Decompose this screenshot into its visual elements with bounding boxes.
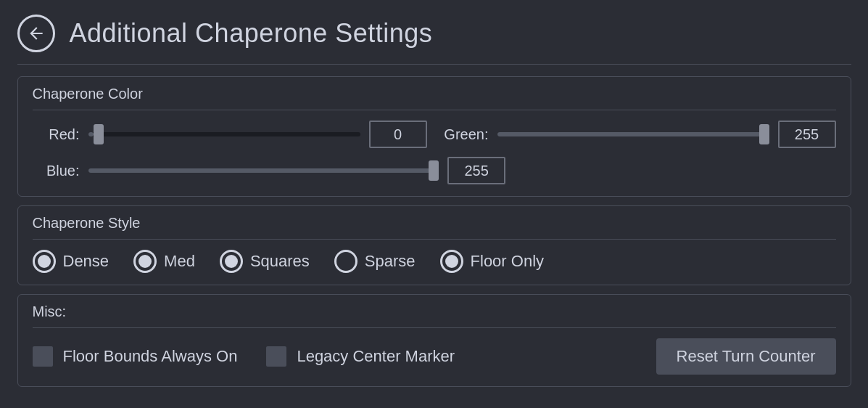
style-med-label: Med (164, 252, 195, 271)
red-value-input[interactable] (369, 121, 427, 148)
chaperone-color-section: Chaperone Color Red: Green: (17, 76, 851, 197)
floor-bounds-label: Floor Bounds Always On (63, 347, 238, 366)
style-sparse-label: Sparse (365, 252, 416, 271)
misc-divider (33, 327, 836, 328)
style-divider (33, 239, 836, 240)
header: Additional Chaperone Settings (17, 15, 851, 52)
green-slider-thumb[interactable] (759, 124, 769, 144)
green-slider-fill (497, 132, 769, 136)
legacy-center-label: Legacy Center Marker (297, 347, 455, 366)
radio-floor-only-inner (445, 255, 458, 268)
blue-slider-track[interactable] (88, 168, 439, 173)
style-dense-label: Dense (63, 252, 109, 271)
floor-bounds-option[interactable]: Floor Bounds Always On (33, 346, 238, 367)
legacy-center-checkbox[interactable] (266, 346, 286, 367)
misc-section: Misc: Floor Bounds Always On Legacy Cent… (17, 294, 851, 387)
style-squares-label: Squares (250, 252, 310, 271)
floor-bounds-checkbox[interactable] (33, 346, 53, 367)
blue-slider-thumb[interactable] (429, 160, 439, 181)
main-container: Additional Chaperone Settings Chaperone … (17, 0, 851, 408)
legacy-center-option[interactable]: Legacy Center Marker (266, 346, 455, 367)
style-options: Dense Med Squares Sparse (33, 250, 836, 273)
misc-row: Floor Bounds Always On Legacy Center Mar… (33, 338, 836, 375)
red-green-row: Red: Green: (33, 121, 836, 148)
radio-sparse[interactable] (334, 250, 357, 273)
blue-slider-fill (88, 168, 439, 173)
back-button[interactable] (17, 15, 55, 52)
style-floor-only-label: Floor Only (471, 252, 544, 271)
style-option-squares[interactable]: Squares (220, 250, 310, 273)
style-section-title: Chaperone Style (33, 215, 836, 232)
radio-squares-inner (225, 255, 238, 268)
style-option-sparse[interactable]: Sparse (334, 250, 416, 273)
red-slider-fill (88, 132, 94, 136)
green-value-input[interactable] (778, 121, 836, 148)
blue-label: Blue: (33, 163, 80, 179)
back-arrow-icon (27, 24, 46, 43)
color-section-title: Chaperone Color (33, 86, 836, 102)
chaperone-style-section: Chaperone Style Dense Med (17, 205, 851, 285)
radio-squares[interactable] (220, 250, 243, 273)
green-slider-track[interactable] (497, 132, 769, 136)
misc-section-title: Misc: (33, 303, 836, 320)
blue-row: Blue: (33, 157, 836, 184)
color-divider (33, 110, 836, 110)
style-option-dense[interactable]: Dense (33, 250, 109, 273)
style-option-med[interactable]: Med (133, 250, 195, 273)
green-label: Green: (442, 126, 489, 143)
red-slider-track[interactable] (88, 132, 360, 136)
reset-turn-counter-button[interactable]: Reset Turn Counter (656, 338, 836, 375)
color-rows: Red: Green: Blu (33, 121, 836, 184)
red-slider-thumb[interactable] (94, 124, 104, 144)
header-divider (17, 64, 851, 65)
red-label: Red: (33, 126, 80, 143)
radio-dense-inner (38, 255, 51, 268)
radio-med-inner (139, 255, 152, 268)
red-group: Red: (33, 121, 427, 148)
radio-med[interactable] (133, 250, 157, 273)
blue-value-input[interactable] (447, 157, 505, 184)
radio-dense[interactable] (33, 250, 56, 273)
page-title: Additional Chaperone Settings (70, 18, 433, 49)
radio-floor-only[interactable] (440, 250, 463, 273)
style-option-floor-only[interactable]: Floor Only (440, 250, 544, 273)
green-group: Green: (442, 121, 836, 148)
